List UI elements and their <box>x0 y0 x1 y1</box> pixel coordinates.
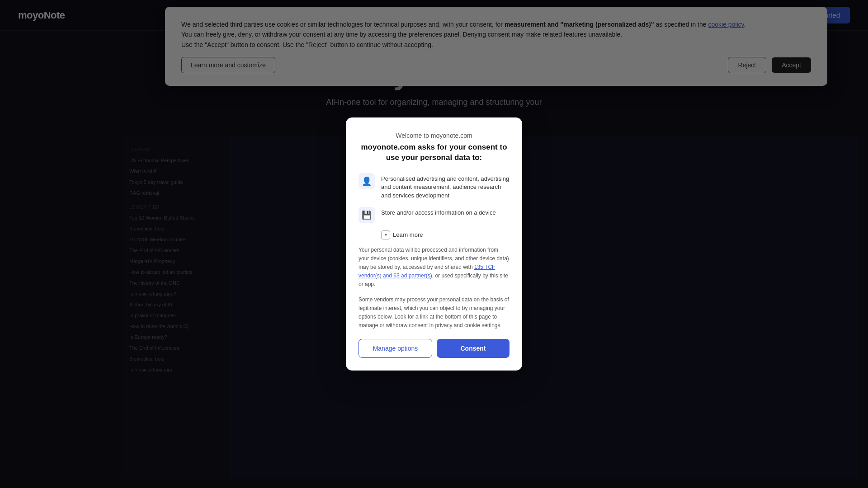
consent-body-text-2: Some vendors may process your personal d… <box>359 296 509 330</box>
consent-body-text: Your personal data will be processed and… <box>359 246 509 289</box>
modal-overlay: Welcome to moyonote.com moyonote.com ask… <box>0 0 868 488</box>
consent-item-storage-text: Store and/or access information on a dev… <box>381 207 496 217</box>
chevron-down-icon[interactable]: ▾ <box>381 230 390 239</box>
vendors-link[interactable]: 135 TCF vendor(s) and 63 ad partner(s) <box>359 264 495 279</box>
advertising-icon: 👤 <box>359 173 375 189</box>
learn-more-toggle[interactable]: ▾ Learn more <box>381 230 509 239</box>
modal-actions: Manage options Consent <box>359 339 509 358</box>
manage-options-button[interactable]: Manage options <box>359 339 432 358</box>
consent-item-advertising: 👤 Personalised advertising and content, … <box>359 173 509 200</box>
consent-modal: Welcome to moyonote.com moyonote.com ask… <box>346 117 522 371</box>
storage-icon: 💾 <box>359 207 375 223</box>
modal-title: moyonote.com asks for your consent to us… <box>359 142 509 164</box>
consent-button[interactable]: Consent <box>437 339 509 358</box>
consent-item-storage: 💾 Store and/or access information on a d… <box>359 207 509 223</box>
learn-more-label: Learn more <box>393 231 423 238</box>
modal-welcome-text: Welcome to moyonote.com <box>359 132 509 139</box>
consent-item-advertising-text: Personalised advertising and content, ad… <box>381 173 509 200</box>
